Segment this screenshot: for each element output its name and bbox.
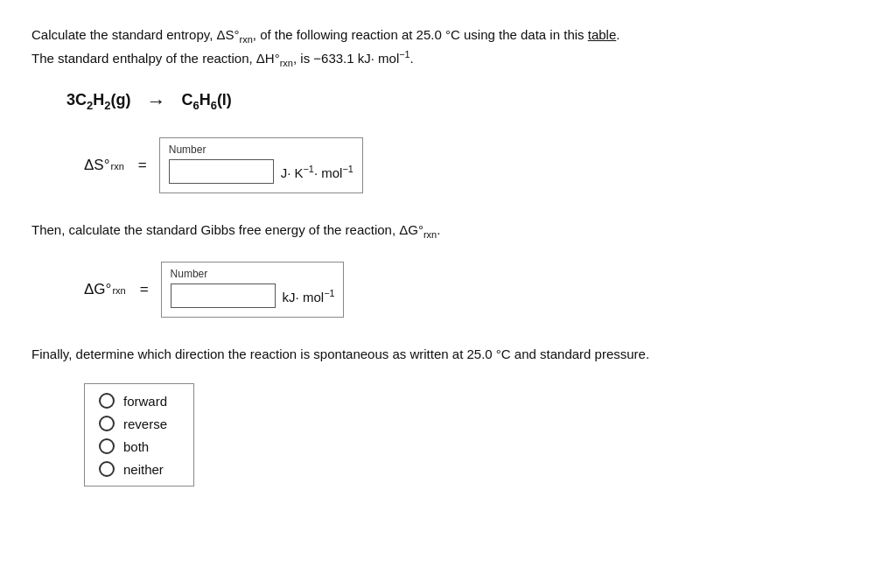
entropy-number-input[interactable] [169, 159, 274, 184]
product: C6H6(l) [181, 91, 231, 112]
unit-sup-1: −1 [399, 49, 410, 60]
radio-label-reverse: reverse [123, 416, 167, 431]
radio-item-neither[interactable]: neither [99, 461, 167, 477]
gibbs-variable-label: ΔG°rxn [84, 281, 126, 298]
spontaneous-section-text: Finally, determine which direction the r… [32, 344, 864, 364]
radio-circle-reverse[interactable] [99, 416, 115, 431]
gibbs-input-block: ΔG°rxn = Number kJ· mol−1 [84, 262, 864, 318]
gibbs-input-label: Number [171, 268, 335, 280]
entropy-input-wrapper: Number J· K−1· mol−1 [159, 137, 363, 193]
radio-circle-both[interactable] [99, 438, 115, 454]
entropy-variable-label: ΔS°rxn [84, 157, 124, 174]
rxn-subscript-1: rxn [240, 34, 253, 45]
rxn-subscript-2: rxn [280, 58, 293, 68]
radio-item-both[interactable]: both [99, 438, 167, 454]
entropy-unit: J· K−1· mol−1 [281, 164, 354, 180]
gibbs-number-input[interactable] [171, 284, 276, 308]
gibbs-input-wrapper: Number kJ· mol−1 [161, 262, 345, 318]
entropy-input-block: ΔS°rxn = Number J· K−1· mol−1 [84, 137, 864, 193]
intro-paragraph: Calculate the standard entropy, ΔS°rxn, … [32, 24, 864, 71]
entropy-input-label: Number [169, 144, 354, 156]
table-link[interactable]: table [588, 27, 617, 42]
gibbs-section-text: Then, calculate the standard Gibbs free … [32, 220, 864, 242]
radio-item-reverse[interactable]: reverse [99, 416, 167, 431]
gibbs-unit: kJ· mol−1 [283, 288, 335, 304]
radio-label-neither: neither [123, 462, 164, 477]
spontaneous-radio-group: forward reverse both neither [84, 383, 194, 486]
radio-circle-forward[interactable] [99, 393, 115, 409]
reactant: 3C2H2(g) [66, 91, 130, 112]
radio-label-both: both [123, 439, 149, 454]
radio-label-forward: forward [123, 394, 167, 409]
reaction-arrow: → [146, 90, 165, 113]
reaction-equation: 3C2H2(g) → C6H6(l) [66, 90, 864, 113]
radio-item-forward[interactable]: forward [99, 393, 167, 409]
radio-circle-neither[interactable] [99, 461, 115, 477]
equals-sign-1: = [138, 157, 147, 174]
equals-sign-2: = [140, 281, 149, 298]
